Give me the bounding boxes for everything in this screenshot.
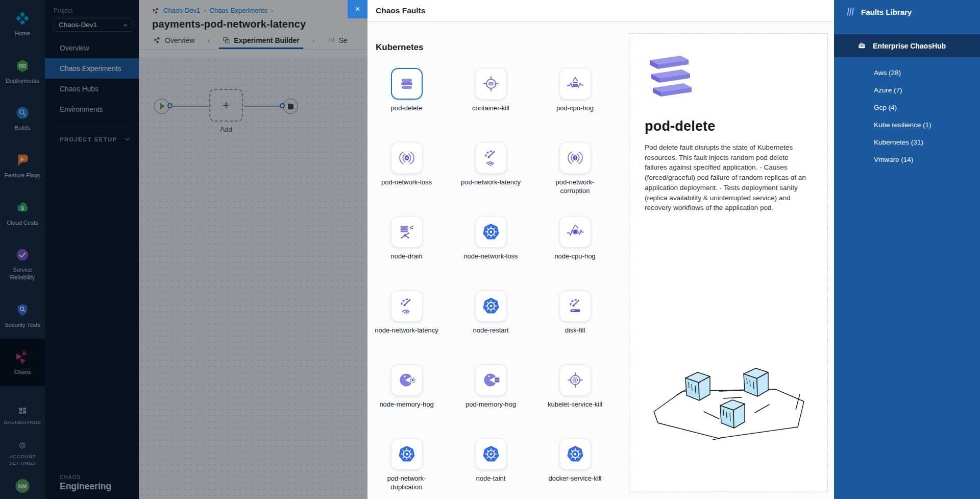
fault-tile [475,142,507,174]
fault-tile [475,364,507,396]
hub-label: Enterprise ChaosHub [873,42,946,50]
faults-library-title: Faults Library [861,8,912,16]
fault-label: pod-network-loss [381,178,432,187]
fault-label: node-restart [473,326,508,335]
pods-illustration [647,362,810,458]
library-category-gcp-4[interactable]: Gcp (4) [834,99,980,116]
fault-card-node-taint[interactable]: node-taint [449,438,533,499]
library-categories: Aws (28)Azure (7)Gcp (4)Kube resilience … [834,64,980,169]
pacman-stack-icon [482,371,500,389]
fault-detail-title: pod-delete [645,118,812,134]
fault-label: docker-service-kill [548,474,601,483]
fault-tile [391,438,423,470]
fault-tile [391,290,423,322]
pulse-stack-icon [566,75,584,93]
fault-card-docker-service-kill[interactable]: docker-service-kill [533,438,617,499]
fault-label: pod-cpu-hog [556,104,594,113]
fault-label: kubelet-service-kill [548,400,602,409]
briefcase-icon [857,41,866,50]
fault-card-pod-network-corruption[interactable]: pod-network-corruption [533,142,617,216]
fault-label: pod-network-corruption [542,178,609,196]
pulse-chip-icon [566,223,584,241]
faults-library-panel: Faults Library Enterprise ChaosHub Aws (… [834,0,980,499]
modal-header: Chaos Faults [368,0,834,22]
fault-label: node-memory-hog [379,400,433,409]
fault-label: pod-network-latency [461,178,521,187]
fault-card-pod-cpu-hog[interactable]: pod-cpu-hog [533,68,617,142]
pacman-chip-icon [398,371,416,389]
fault-detail-panel: pod-delete Pod delete fault disrupts the… [629,33,828,491]
stack-icon [398,75,416,93]
stack-arrows-icon [398,223,416,241]
modal-body: Kubernetes pod-deletecontainer-killpod-c… [368,22,834,499]
fault-label: pod-memory-hog [465,400,516,409]
fault-tile [559,290,591,322]
k8s-icon [566,445,584,463]
k8s-icon [482,445,500,463]
fault-tile [391,216,423,248]
fault-tile [559,438,591,470]
fault-grid: pod-deletecontainer-killpod-cpu-hogpod-n… [368,68,617,499]
fault-card-node-restart[interactable]: node-restart [449,290,533,364]
hub-enterprise-chaoshub[interactable]: Enterprise ChaosHub [834,34,980,57]
crosshair-gear-icon [566,371,584,389]
fault-card-node-memory-hog[interactable]: node-memory-hog [368,364,449,438]
chaos-studio-screen: HomeDeploymentsBuildsFeature Flags$Cloud… [0,0,980,499]
waves-alert-icon [566,149,584,167]
fault-label: pod-delete [391,104,422,113]
fault-card-pod-network-duplication[interactable]: pod-network-duplication [368,438,449,499]
fault-card-node-network-loss[interactable]: node-network-loss [449,216,533,290]
k8s-icon [482,297,500,315]
k8s-icon [482,223,500,241]
fault-label: node-network-latency [375,326,438,335]
fault-card-node-network-latency[interactable]: node-network-latency [368,290,449,364]
fault-card-node-drain[interactable]: node-drain [368,216,449,290]
library-category-vmware-14[interactable]: Vmware (14) [834,151,980,169]
fault-card-kubelet-service-kill[interactable]: kubelet-service-kill [533,364,617,438]
fault-label: disk-fill [565,326,585,335]
library-icon [845,7,855,17]
crosshair-pill-icon [482,75,500,93]
fault-card-node-cpu-hog[interactable]: node-cpu-hog [533,216,617,290]
fault-card-pod-network-latency[interactable]: pod-network-latency [449,142,533,216]
library-category-azure-7[interactable]: Azure (7) [834,82,980,99]
fault-card-disk-fill[interactable]: disk-fill [533,290,617,364]
library-category-kubernetes-31[interactable]: Kubernetes (31) [834,134,980,151]
fault-detail-description: Pod delete fault disrupts the state of K… [645,142,812,213]
fault-tile [391,364,423,396]
section-title-kubernetes: Kubernetes [376,42,424,53]
modal-title: Chaos Faults [376,6,425,15]
fault-tile [475,438,507,470]
fault-label: node-cpu-hog [554,252,595,261]
fault-tile [475,68,507,100]
fault-label: node-drain [390,252,422,261]
gauge-disk-icon [566,297,584,315]
fault-tile [559,364,591,396]
fault-card-pod-delete[interactable]: pod-delete [368,68,449,142]
fault-tile [391,68,423,100]
gauge-waves-icon [398,297,416,315]
library-category-kube-resilience-1[interactable]: Kube resilience (1) [834,116,980,134]
fault-tile [559,216,591,248]
fault-tile [475,290,507,322]
faults-library-header: Faults Library [834,0,980,23]
pod-delete-large-icon [645,53,812,100]
gauge-waves-icon [482,149,500,167]
fault-card-pod-network-loss[interactable]: pod-network-loss [368,142,449,216]
fault-label: container-kill [472,104,509,113]
fault-tile [391,142,423,174]
chaos-faults-modal: Chaos Faults Kubernetes pod-deletecontai… [368,0,834,499]
fault-tile [559,68,591,100]
fault-card-container-kill[interactable]: container-kill [449,68,533,142]
waves-x-icon [398,149,416,167]
fault-label: node-taint [476,474,506,483]
fault-tile [475,216,507,248]
library-category-aws-28[interactable]: Aws (28) [834,64,980,82]
fault-label: node-network-loss [463,252,518,261]
fault-card-pod-memory-hog[interactable]: pod-memory-hog [449,364,533,438]
fault-tile [559,142,591,174]
fault-label: pod-network-duplication [373,474,440,492]
k8s-icon [398,445,416,463]
close-modal-button[interactable]: × [348,0,368,18]
